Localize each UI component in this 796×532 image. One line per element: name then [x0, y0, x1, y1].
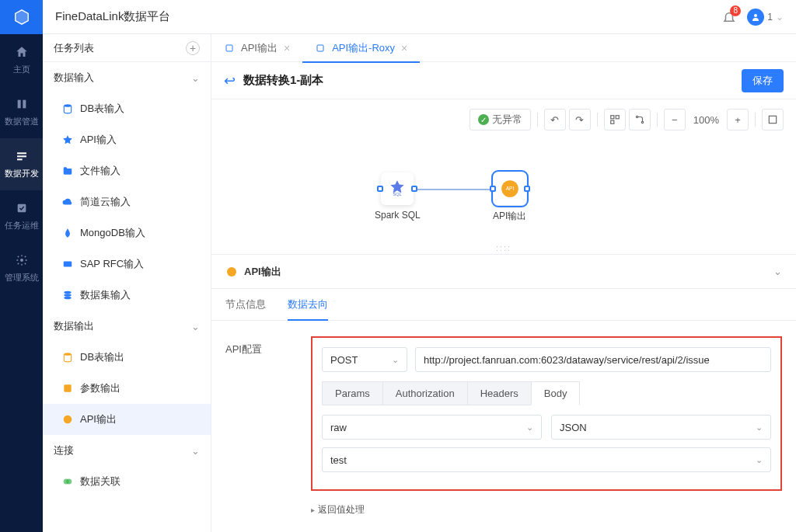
user-menu[interactable]: 1 ⌄: [747, 9, 784, 26]
svg-rect-25: [769, 116, 776, 123]
nav-develop[interactable]: 数据开发: [0, 138, 43, 190]
input-port[interactable]: [377, 186, 383, 192]
cloud-icon: [61, 196, 74, 208]
method-select[interactable]: POST ⌄: [322, 347, 407, 372]
topbar: FineDataLink数据平台 8 1 ⌄: [43, 0, 796, 34]
config-tab-info[interactable]: 节点信息: [225, 289, 266, 320]
zoom-in-button[interactable]: +: [727, 109, 749, 130]
nav-home[interactable]: 主页: [0, 34, 43, 86]
comp-label: DB表输入: [80, 102, 124, 116]
tab-label: API输出-Roxy: [332, 41, 395, 55]
return-handling-toggle[interactable]: 返回值处理: [311, 503, 782, 516]
back-button[interactable]: ↩: [224, 72, 236, 89]
tab-api-output-roxy[interactable]: API输出-Roxy ×: [302, 34, 420, 62]
svg-rect-1: [23, 100, 26, 109]
nav-label: 数据管道: [5, 116, 39, 127]
comp-db-input[interactable]: DB表输入: [43, 93, 211, 124]
svg-rect-9: [64, 262, 72, 267]
route-button[interactable]: [629, 109, 651, 130]
subtab-headers[interactable]: Headers: [467, 381, 532, 405]
svg-rect-18: [226, 45, 232, 51]
svg-point-10: [64, 291, 71, 294]
svg-point-8: [64, 104, 71, 107]
ops-icon: [15, 201, 29, 215]
input-port[interactable]: [490, 186, 496, 192]
pipeline-icon: [15, 97, 29, 111]
group-output[interactable]: 数据输出 ⌄: [43, 311, 211, 342]
develop-icon: [15, 149, 29, 163]
comp-api-input[interactable]: API输入: [43, 124, 211, 155]
save-button[interactable]: 保存: [742, 69, 784, 92]
api-output-icon: API: [500, 179, 520, 199]
comp-file-input[interactable]: 文件输入: [43, 155, 211, 186]
group-label: 数据输入: [54, 71, 94, 85]
comp-label: 数据集输入: [80, 288, 131, 302]
group-input[interactable]: 数据输入 ⌄: [43, 62, 211, 93]
svg-rect-4: [17, 158, 23, 160]
left-panel: 任务列表 + 数据输入 ⌄ DB表输入 API输入 文件输入 简道云输入 Mon…: [43, 34, 211, 532]
output-port[interactable]: [411, 186, 417, 192]
resize-handle[interactable]: ::::: [496, 243, 511, 252]
comp-api-output[interactable]: API输出: [43, 404, 211, 435]
api-output-icon: [225, 266, 238, 278]
canvas-area[interactable]: ✓ 无异常 ↶ ↷ − 100% +: [211, 99, 796, 255]
svg-point-13: [64, 353, 71, 356]
comp-data-join[interactable]: 数据关联: [43, 466, 211, 497]
body-type-select[interactable]: raw ⌄: [322, 415, 542, 440]
svg-text:SQL: SQL: [393, 192, 402, 196]
user-label: 1: [767, 12, 773, 23]
redo-button[interactable]: ↷: [569, 109, 591, 130]
notification-bell[interactable]: 8: [722, 10, 736, 24]
home-icon: [15, 45, 29, 59]
url-input[interactable]: [415, 347, 771, 372]
comp-sap-input[interactable]: SAP RFC输入: [43, 249, 211, 280]
nav-label: 数据开发: [5, 168, 39, 179]
svg-point-29: [227, 267, 236, 276]
subtab-auth[interactable]: Authorization: [382, 381, 468, 405]
svg-point-11: [64, 294, 71, 297]
svg-point-15: [64, 416, 72, 424]
body-content-select[interactable]: test ⌄: [322, 447, 771, 472]
subtab-body[interactable]: Body: [531, 381, 581, 405]
comp-label: SAP RFC输入: [80, 257, 144, 271]
svg-rect-21: [616, 116, 619, 119]
tab-api-output[interactable]: API输出 ×: [211, 34, 302, 62]
comp-db-output[interactable]: DB表输出: [43, 342, 211, 373]
task-list-title: 任务列表: [54, 41, 94, 55]
fit-button[interactable]: [762, 109, 784, 130]
nav-pipeline[interactable]: 数据管道: [0, 86, 43, 138]
group-conn[interactable]: 连接 ⌄: [43, 435, 211, 466]
nav-ops[interactable]: 任务运维: [0, 190, 43, 242]
comp-label: API输出: [80, 412, 117, 426]
comp-mongodb-input[interactable]: MongoDB输入: [43, 217, 211, 249]
body-format-select[interactable]: JSON ⌄: [551, 415, 771, 440]
layout-button[interactable]: [604, 109, 626, 130]
nav-system[interactable]: 管理系统: [0, 242, 43, 294]
add-task-button[interactable]: +: [186, 41, 200, 55]
config-panel: API输出 ⌄ 节点信息 数据去向 API配置: [211, 255, 796, 532]
zoom-out-button[interactable]: −: [664, 109, 686, 130]
node-api-output[interactable]: API API输出: [493, 172, 526, 223]
subtab-params[interactable]: Params: [322, 381, 383, 405]
node-spark-sql[interactable]: SQL Spark SQL: [375, 172, 421, 221]
collapse-button[interactable]: ⌄: [773, 266, 782, 277]
comp-param-output[interactable]: 参数输出: [43, 373, 211, 404]
method-value: POST: [330, 354, 358, 366]
tabs-row: API输出 × API输出-Roxy ×: [211, 34, 796, 62]
nav-label: 任务运维: [5, 220, 39, 231]
param-icon: [61, 382, 74, 395]
svg-point-6: [20, 259, 23, 262]
output-port[interactable]: [524, 186, 530, 192]
comp-label: 数据关联: [80, 475, 120, 489]
close-icon[interactable]: ×: [284, 42, 290, 54]
notification-badge: 8: [730, 5, 741, 16]
node-connection: [408, 189, 500, 190]
config-tab-target[interactable]: 数据去向: [288, 289, 328, 320]
comp-label: 文件输入: [80, 164, 120, 178]
svg-point-23: [636, 116, 637, 117]
comp-jiandaoyun-input[interactable]: 简道云输入: [43, 186, 211, 217]
app-logo: [0, 0, 43, 34]
close-icon[interactable]: ×: [401, 42, 407, 54]
undo-button[interactable]: ↶: [544, 109, 566, 130]
comp-dataset-input[interactable]: 数据集输入: [43, 280, 211, 311]
